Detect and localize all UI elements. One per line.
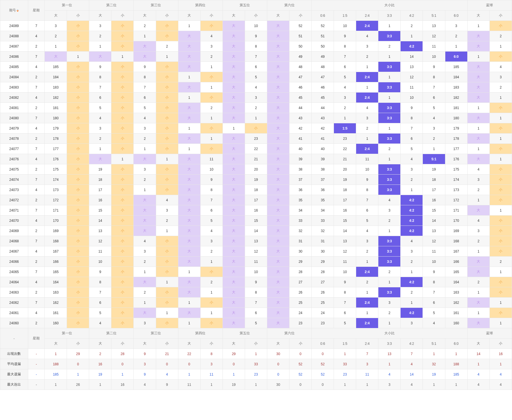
cell-ratio-hit: 4:2 (401, 216, 423, 226)
cell-num: 171 (45, 205, 67, 216)
cell-num: 163 (45, 287, 67, 298)
cell-issue: 24077 (0, 144, 28, 154)
cell-ratio: 13 (334, 236, 356, 246)
stats-cell: 13 (378, 349, 401, 359)
stats-cell: 1 (45, 380, 67, 390)
stats-cell: 29 (223, 349, 245, 359)
cell-num: 1 (178, 21, 200, 31)
cell-da: 大 (267, 154, 289, 164)
stats-cell: 9 (134, 369, 156, 380)
cell-blue-num: 2 (489, 82, 512, 93)
cell-week: 2 (28, 72, 45, 82)
cell-xiao: 小 (111, 62, 134, 72)
cell-ratio: 2 (401, 257, 423, 267)
cell-issue: 24068 (0, 236, 28, 246)
cell-da: 大 (223, 21, 245, 31)
cell-ratio: 5 (334, 72, 356, 82)
stats-cell: 2 (89, 349, 111, 359)
cell-da: 大 (178, 236, 200, 246)
cell-da: 大 (267, 164, 289, 175)
sort-icon[interactable] (17, 9, 19, 12)
cell-ratio: 6 (356, 205, 378, 216)
cell-num: 43 (289, 113, 312, 123)
cell-ratio: 18 (423, 175, 445, 185)
stats-cell: 33 (334, 359, 356, 369)
cell-da: 大 (178, 62, 200, 72)
cell-num: 1 (200, 82, 223, 93)
cell-ratio: 4 (356, 31, 378, 41)
cell-ratio-hit: 3:3 (378, 113, 401, 123)
cell-ratio-hit: 2:4 (356, 21, 378, 31)
stats-label: 出现次数 (0, 349, 28, 359)
stats-label: 最大遗漏 (0, 369, 28, 380)
cell-da: 大 (267, 267, 289, 277)
cell-xiao: 小 (67, 103, 89, 113)
stats-cell: 0 (267, 359, 289, 369)
col-xiao: 小 (245, 11, 267, 21)
cell-num: 4 (134, 236, 156, 246)
cell-blue-xiao: 小 (489, 164, 512, 175)
col-ratio-2:4: 2:4 (356, 11, 378, 21)
stats-cell: 0 (111, 359, 134, 369)
cell-issue: 24063 (0, 287, 28, 298)
cell-week: 2 (28, 103, 45, 113)
cell-num: 17 (245, 195, 267, 205)
cell-blue-num: 2 (489, 31, 512, 41)
cell-issue: 24083 (0, 82, 28, 93)
cell-xiao: 小 (156, 164, 178, 175)
cell-num: 2 (134, 134, 156, 144)
table-row: 240717171小15小大3大6大16大343416634:215171大1 (0, 205, 512, 216)
cell-blue-xiao: 小 (489, 103, 512, 113)
cell-blue-num: 3 (489, 72, 512, 82)
cell-num: 51 (289, 31, 312, 41)
cell-num: 49 (289, 52, 312, 62)
col-issue[interactable]: 期号 (0, 0, 28, 21)
cell-ratio: 2 (378, 41, 401, 52)
cell-ratio: 4 (356, 226, 378, 236)
cell-num: 6 (200, 205, 223, 216)
cell-num: 6 (89, 93, 111, 103)
stats-body: 出现次数-129228921228291300017137111416平均遗漏-… (0, 349, 512, 390)
cell-num: 5 (245, 72, 267, 82)
stats-cell: 0 (267, 369, 289, 380)
cell-blue-num: 1 (489, 318, 512, 328)
col-ratio-1:5: 1:5 (334, 11, 356, 21)
cell-ratio: 6 (334, 62, 356, 72)
cell-num: 40 (289, 144, 312, 154)
cell-xiao: 小 (67, 41, 89, 52)
table-row: 240734173小17小1小大8大18大36361883:31171732小 (0, 185, 512, 195)
stats-cell: 8 (200, 349, 223, 359)
cell-ratio: 1 (401, 267, 423, 277)
cell-ratio: 1 (445, 41, 467, 52)
cell-ratio: 37 (312, 175, 334, 185)
col-da: 大 (89, 339, 111, 349)
cell-week: 2 (28, 195, 45, 205)
stats-cell: 29 (67, 349, 89, 359)
cell-num: 4 (134, 113, 156, 123)
cell-issue: 24081 (0, 103, 28, 113)
cell-ratio: 1 (356, 308, 378, 318)
stats-cell: 23 (334, 369, 356, 380)
cell-ratio: 1 (378, 226, 401, 236)
cell-da: 大 (267, 72, 289, 82)
cell-xiao: 小 (67, 134, 89, 144)
cell-xiao: 小 (156, 257, 178, 267)
cell-num: 1 (245, 113, 267, 123)
col-ratio-4:2: 4:2 (401, 339, 423, 349)
cell-issue: 24066 (0, 257, 28, 267)
cell-xiao: 小 (156, 236, 178, 246)
cell-blue-num: 1 (467, 103, 489, 113)
cell-ratio: 31 (312, 236, 334, 246)
cell-num: 9 (89, 62, 111, 72)
cell-da: 大 (267, 195, 289, 205)
cell-ratio: 13 (401, 62, 423, 72)
cell-num: 2 (156, 216, 178, 226)
cell-xiao: 小 (200, 318, 223, 328)
cell-num: 2 (89, 134, 111, 144)
cell-blue-da: 大 (467, 41, 489, 52)
cell-ratio: 9 (401, 103, 423, 113)
cell-issue: 24060 (0, 318, 28, 328)
trend-table: 期号 星期 第一位 第二位 第三位 第四位 第五位 第六位 大小比 蓝球 大小大… (0, 0, 512, 390)
cell-num: 1 (178, 298, 200, 308)
cell-num: 177 (45, 144, 67, 154)
